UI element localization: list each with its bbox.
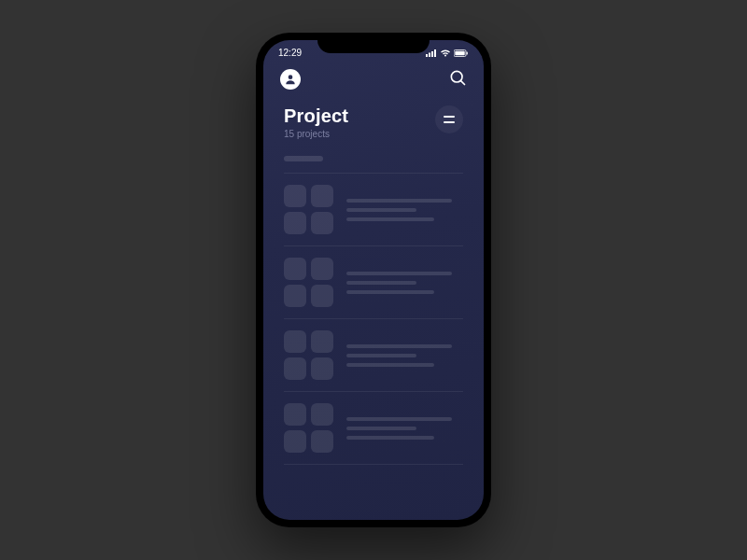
text-line xyxy=(346,363,434,367)
svg-line-9 xyxy=(460,80,464,84)
signal-icon xyxy=(426,49,437,57)
text-placeholder xyxy=(346,258,463,307)
svg-rect-6 xyxy=(467,51,468,54)
svg-rect-0 xyxy=(426,54,428,57)
menu-icon xyxy=(444,121,455,123)
text-line xyxy=(346,427,416,430)
tile xyxy=(311,258,333,280)
tile xyxy=(311,403,333,426)
divider xyxy=(284,464,463,465)
phone-frame: 12:29 Project 15 projects xyxy=(256,33,491,527)
tile xyxy=(311,330,333,353)
svg-rect-3 xyxy=(434,49,436,57)
notch xyxy=(317,33,430,53)
text-line xyxy=(346,217,434,221)
thumbnail-grid xyxy=(284,330,333,380)
tile xyxy=(311,430,333,453)
screen: 12:29 Project 15 projects xyxy=(263,40,484,520)
text-placeholder xyxy=(346,330,463,380)
tile xyxy=(311,285,333,307)
top-bar xyxy=(263,61,484,94)
page-title: Project xyxy=(284,105,348,127)
thumbnail-grid xyxy=(284,185,333,234)
text-line xyxy=(346,272,452,275)
thumbnail-grid xyxy=(284,403,333,453)
tile xyxy=(284,430,306,453)
svg-rect-1 xyxy=(429,52,430,57)
search-icon[interactable] xyxy=(448,68,467,91)
page-subtitle: 15 projects xyxy=(284,129,348,139)
svg-point-7 xyxy=(289,75,293,79)
menu-icon xyxy=(444,116,455,118)
tile xyxy=(284,185,306,207)
list-item[interactable] xyxy=(284,330,463,380)
tile xyxy=(311,212,333,234)
tile xyxy=(284,285,306,307)
profile-icon[interactable] xyxy=(280,69,301,90)
text-line xyxy=(346,354,416,357)
tile xyxy=(284,258,306,280)
title-row: Project 15 projects xyxy=(263,94,484,143)
tile xyxy=(284,330,306,353)
svg-rect-2 xyxy=(431,51,433,57)
status-icons xyxy=(426,49,469,57)
text-line xyxy=(346,199,452,203)
tile xyxy=(284,403,306,426)
list-item[interactable] xyxy=(284,258,463,307)
list-item[interactable] xyxy=(284,403,463,453)
svg-rect-5 xyxy=(455,50,464,54)
tile xyxy=(284,212,306,234)
text-line xyxy=(346,208,416,212)
status-time: 12:29 xyxy=(278,48,302,58)
tile xyxy=(284,357,306,380)
list-item[interactable] xyxy=(284,185,463,234)
text-placeholder xyxy=(346,403,463,453)
text-line xyxy=(346,281,416,285)
text-line xyxy=(346,436,434,440)
divider xyxy=(284,245,463,246)
section-label-placeholder xyxy=(284,156,323,161)
content-list xyxy=(263,143,484,465)
text-line xyxy=(346,417,452,421)
tile xyxy=(311,357,333,380)
divider xyxy=(284,318,463,319)
thumbnail-grid xyxy=(284,258,333,307)
menu-button[interactable] xyxy=(435,105,463,133)
divider xyxy=(284,173,463,174)
divider xyxy=(284,391,463,392)
text-placeholder xyxy=(346,185,463,234)
battery-icon xyxy=(454,49,469,57)
wifi-icon xyxy=(440,49,451,57)
text-line xyxy=(346,290,434,294)
tile xyxy=(311,185,333,207)
text-line xyxy=(346,344,452,348)
